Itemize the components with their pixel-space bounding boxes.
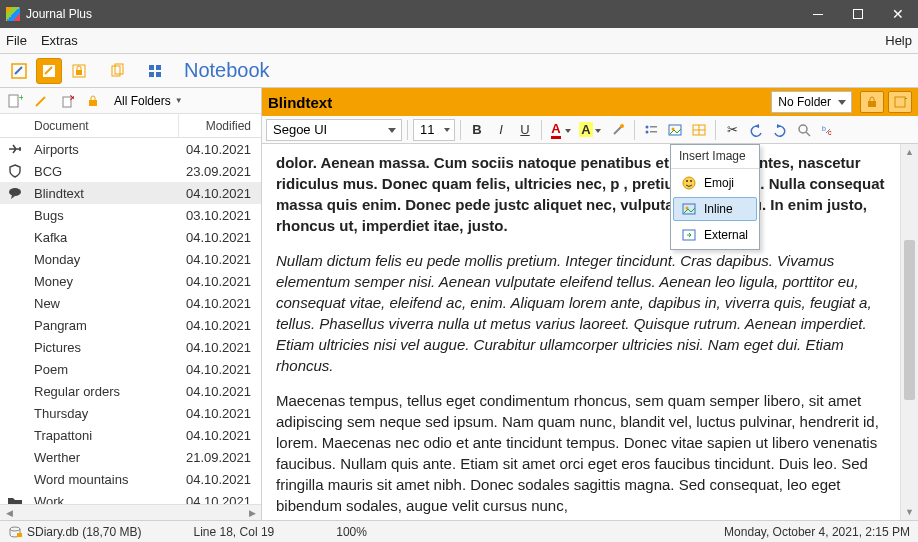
svg-point-39: [10, 527, 20, 531]
menu-extras[interactable]: Extras: [41, 33, 78, 48]
clear-format-button[interactable]: [607, 119, 629, 141]
underline-button[interactable]: U: [514, 119, 536, 141]
svg-rect-9: [156, 72, 161, 77]
doc-title-row: Blindtext No Folder ＋: [262, 88, 918, 116]
row-modified: 04.10.2021: [179, 274, 261, 289]
doclist-row[interactable]: Trapattoni04.10.2021: [0, 424, 261, 446]
doc-folder-select[interactable]: No Folder: [771, 91, 852, 113]
doclist-row[interactable]: Poem04.10.2021: [0, 358, 261, 380]
toolbar-grid-button[interactable]: [142, 58, 168, 84]
toolbar-edit-button[interactable]: [6, 58, 32, 84]
doclist-row[interactable]: Airports04.10.2021: [0, 138, 261, 160]
scroll-up-icon[interactable]: ▲: [901, 144, 918, 160]
format-toolbar: Segoe UI 11 B I U A A ✂ bc: [262, 116, 918, 144]
toolbar-lock-button[interactable]: [66, 58, 92, 84]
scroll-left-icon[interactable]: ◀: [2, 507, 16, 519]
doclist: Airports04.10.2021BCG23.09.2021Blindtext…: [0, 138, 261, 504]
insert-table-button[interactable]: [688, 119, 710, 141]
row-modified: 04.10.2021: [179, 384, 261, 399]
status-datetime: Monday, October 4, 2021, 2:15 PM: [724, 525, 910, 539]
emoji-icon: [680, 175, 698, 191]
edit-doc-button[interactable]: [30, 91, 52, 111]
row-icon: [0, 186, 30, 200]
sidebar-hscrollbar[interactable]: ◀ ▶: [0, 504, 261, 520]
toolbar-copy-button[interactable]: [104, 58, 130, 84]
doc-folder-label: No Folder: [778, 95, 831, 109]
col-document[interactable]: Document: [30, 114, 179, 137]
doclist-row[interactable]: Thursday04.10.2021: [0, 402, 261, 424]
new-doc-button[interactable]: ＋: [4, 91, 26, 111]
doclist-row[interactable]: BCG23.09.2021: [0, 160, 261, 182]
font-color-button[interactable]: A: [547, 119, 575, 141]
popup-item-external[interactable]: External: [673, 223, 757, 247]
doclist-row[interactable]: Pangram04.10.2021: [0, 314, 261, 336]
doclist-row[interactable]: Blindtext04.10.2021: [0, 182, 261, 204]
maximize-button[interactable]: [838, 0, 878, 28]
main-panel: Blindtext No Folder ＋ Segoe UI 11 B I U …: [262, 88, 918, 520]
scroll-down-icon[interactable]: ▼: [901, 504, 918, 520]
popup-label: Inline: [704, 202, 733, 216]
doclist-row[interactable]: Bugs03.10.2021: [0, 204, 261, 226]
row-name: Work: [30, 494, 179, 505]
insert-image-button[interactable]: [664, 119, 686, 141]
status-cursor: Line 18, Col 19: [194, 525, 275, 539]
doclist-row[interactable]: Werther21.09.2021: [0, 446, 261, 468]
highlight-button[interactable]: A: [577, 119, 605, 141]
row-name: Bugs: [30, 208, 179, 223]
delete-doc-button[interactable]: ✕: [56, 91, 78, 111]
svg-text:＋: ＋: [903, 95, 907, 103]
doclist-row[interactable]: Monday04.10.2021: [0, 248, 261, 270]
menu-file[interactable]: File: [6, 33, 27, 48]
doclist-row[interactable]: Regular orders04.10.2021: [0, 380, 261, 402]
folder-filter-dropdown[interactable]: All Folders ▼: [114, 94, 183, 108]
popup-item-emoji[interactable]: Emoji: [673, 171, 757, 195]
doclist-row[interactable]: New04.10.2021: [0, 292, 261, 314]
title-lock-button[interactable]: [860, 91, 884, 113]
row-icon: [0, 495, 30, 505]
bullet-list-button[interactable]: [640, 119, 662, 141]
undo-button[interactable]: [745, 119, 767, 141]
doclist-row[interactable]: Pictures04.10.2021: [0, 336, 261, 358]
doclist-row[interactable]: Work04.10.2021: [0, 490, 261, 504]
cut-button[interactable]: ✂: [721, 119, 743, 141]
col-modified[interactable]: Modified: [179, 114, 261, 137]
svg-rect-14: [89, 100, 97, 106]
menu-help[interactable]: Help: [885, 33, 912, 48]
doclist-row[interactable]: Money04.10.2021: [0, 270, 261, 292]
minimize-button[interactable]: [798, 0, 838, 28]
doclist-row[interactable]: Word mountains04.10.2021: [0, 468, 261, 490]
window-title: Journal Plus: [26, 7, 798, 21]
svg-rect-8: [149, 72, 154, 77]
svg-line-30: [806, 132, 810, 136]
font-size-select[interactable]: 11: [413, 119, 455, 141]
menubar: File Extras Help: [0, 28, 918, 54]
insert-image-popup: Insert Image Emoji Inline External: [670, 144, 760, 250]
doclist-row[interactable]: Kafka04.10.2021: [0, 226, 261, 248]
toolbar-note-button[interactable]: [36, 58, 62, 84]
svg-rect-23: [650, 131, 657, 133]
editor-paragraph: dolor. Aenean massa. Cum sociis natoque …: [276, 152, 886, 236]
editor-paragraph: Maecenas tempus, tellus eget condimentum…: [276, 390, 886, 516]
row-name: Kafka: [30, 230, 179, 245]
svg-point-19: [620, 124, 624, 128]
text-editor[interactable]: dolor. Aenean massa. Cum sociis natoque …: [262, 144, 900, 520]
lock-doc-button[interactable]: [82, 91, 104, 111]
svg-point-29: [799, 125, 807, 133]
row-modified: 04.10.2021: [179, 318, 261, 333]
scroll-thumb[interactable]: [904, 240, 915, 400]
replace-button[interactable]: bc: [817, 119, 839, 141]
find-button[interactable]: [793, 119, 815, 141]
popup-item-inline[interactable]: Inline: [673, 197, 757, 221]
redo-button[interactable]: [769, 119, 791, 141]
svg-text:＋: ＋: [17, 93, 23, 102]
close-button[interactable]: ✕: [878, 0, 918, 28]
title-add-button[interactable]: ＋: [888, 91, 912, 113]
italic-button[interactable]: I: [490, 119, 512, 141]
window-titlebar: Journal Plus ✕: [0, 0, 918, 28]
editor-vscrollbar[interactable]: ▲ ▼: [900, 144, 918, 520]
font-family-select[interactable]: Segoe UI: [266, 119, 402, 141]
svg-rect-16: [868, 101, 876, 107]
scroll-right-icon[interactable]: ▶: [245, 507, 259, 519]
bold-button[interactable]: B: [466, 119, 488, 141]
svg-rect-3: [76, 70, 82, 75]
